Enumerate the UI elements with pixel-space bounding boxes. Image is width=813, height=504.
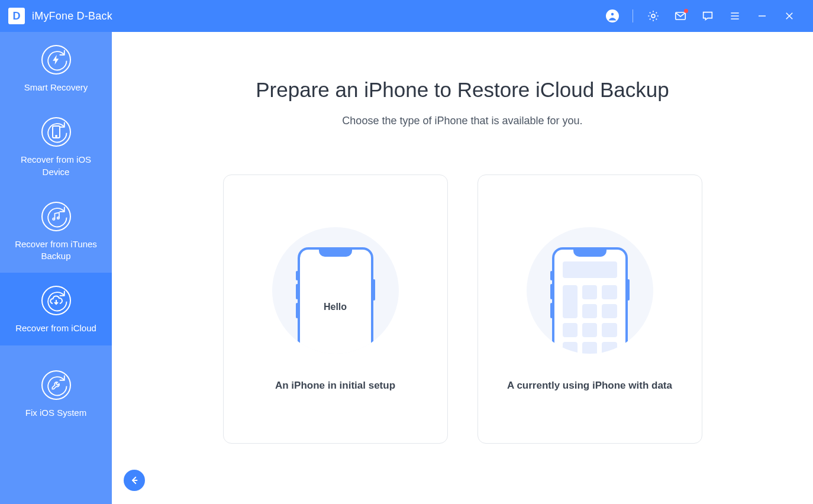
sidebar-item-fix-ios[interactable]: Fix iOS System (0, 357, 112, 429)
account-icon[interactable] (605, 9, 620, 23)
phone-hello-icon: Hello (298, 247, 373, 354)
phone-greeting-text: Hello (300, 302, 371, 312)
back-button[interactable] (124, 470, 145, 491)
close-icon[interactable] (782, 9, 796, 23)
minimize-icon[interactable] (755, 9, 769, 23)
card-caption: A currently using iPhone with data (507, 380, 672, 392)
sidebar-item-ios-device[interactable]: Recover from iOS Device (0, 104, 112, 189)
mail-icon[interactable] (673, 9, 688, 23)
sidebar-item-icloud[interactable]: Recover from iCloud (0, 273, 112, 345)
phone-apps-icon (552, 247, 628, 354)
sidebar-item-label: Fix iOS System (25, 407, 86, 419)
menu-icon[interactable] (728, 9, 742, 23)
titlebar: D iMyFone D-Back (0, 0, 813, 32)
main-content: Prepare an iPhone to Restore iCloud Back… (112, 32, 813, 504)
sidebar-item-itunes-backup[interactable]: Recover from iTunes Backup (0, 189, 112, 273)
music-refresh-icon (41, 202, 71, 231)
card-initial-setup[interactable]: Hello An iPhone in initial setup (223, 175, 448, 444)
lightning-refresh-icon (41, 45, 71, 75)
settings-icon[interactable] (646, 9, 660, 23)
svg-point-2 (651, 14, 655, 18)
card-current-iphone[interactable]: A currently using iPhone with data (478, 175, 702, 444)
cloud-download-icon (41, 286, 71, 315)
sidebar-item-label: Recover from iCloud (15, 322, 96, 334)
illustration-initial-setup: Hello (272, 227, 399, 354)
sidebar-item-label: Recover from iOS Device (12, 154, 101, 178)
page-subtitle: Choose the type of iPhone that is availa… (342, 115, 582, 127)
svg-point-6 (53, 218, 54, 219)
titlebar-divider (633, 9, 633, 22)
page-title: Prepare an iPhone to Restore iCloud Back… (256, 78, 669, 102)
svg-point-7 (57, 217, 59, 219)
card-caption: An iPhone in initial setup (275, 380, 395, 392)
app-logo: D (8, 8, 25, 24)
arrow-left-icon (129, 475, 140, 486)
sidebar: Smart Recovery Recover from iOS Device (0, 32, 112, 504)
app-title: iMyFone D-Back (32, 10, 112, 22)
sidebar-item-label: Recover from iTunes Backup (12, 238, 101, 263)
illustration-current-iphone (527, 227, 653, 354)
option-cards: Hello An iPhone in initial setup (223, 175, 702, 444)
notification-dot (684, 9, 688, 13)
sidebar-item-smart-recovery[interactable]: Smart Recovery (0, 32, 112, 104)
titlebar-actions (605, 9, 813, 23)
sidebar-item-label: Smart Recovery (24, 82, 88, 93)
feedback-icon[interactable] (701, 9, 715, 23)
wrench-refresh-icon (41, 370, 71, 400)
svg-point-5 (56, 135, 57, 137)
svg-point-1 (611, 12, 614, 16)
phone-refresh-icon (41, 117, 71, 147)
